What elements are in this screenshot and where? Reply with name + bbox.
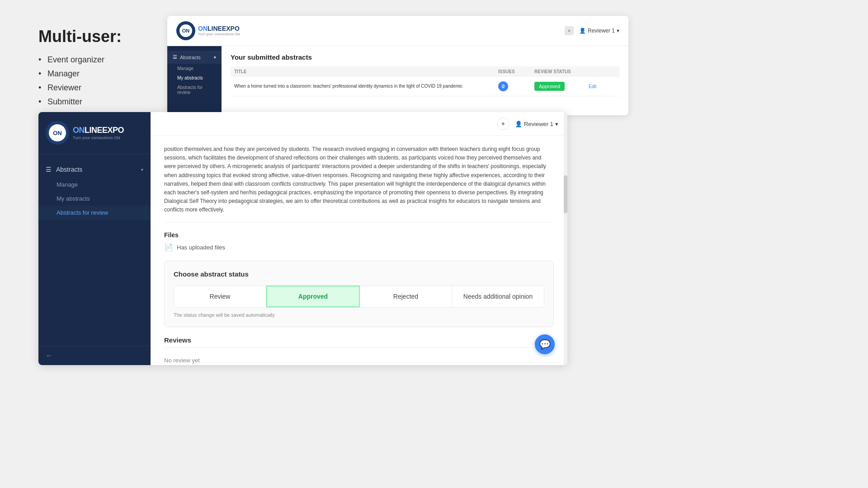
page-title: Multi-user: [38,27,156,46]
top-logo-on: ON [198,25,208,32]
status-note: The status change will be saved automati… [174,312,544,318]
sidebar-sub-items: Manage My abstracts Abstracts for review [38,178,151,220]
chat-button[interactable]: 💬 [535,334,555,354]
main-logo-expo: EXPO [102,126,124,135]
col-review-status: REVIEW STATUS [534,69,589,74]
table-header: TITLE ISSUES REVIEW STATUS [231,66,619,77]
scroll-thumb[interactable] [564,175,567,213]
status-buttons-group: Review Approved Rejected Needs additiona… [174,285,544,308]
sidebar-item-my-abstracts[interactable]: My abstracts [38,192,151,206]
sidebar-abstracts-label: Abstracts [56,166,82,173]
file-item: 📄 Has uploaded files [164,243,554,252]
top-sidebar-abstracts-for-review[interactable]: Abstracts for review [167,83,222,97]
top-sidebar: ☰ Abstracts ▾ Manage My abstracts Abstra… [167,46,222,115]
sidebar-bottom: ← [38,346,151,365]
files-section: Files 📄 Has uploaded files [164,231,554,252]
main-logo-name: ONLINEEXPO [73,126,124,135]
issues-cell: 0 [498,81,534,91]
feature-list: Event organizer Manager Reviewer Submitt… [38,55,156,107]
main-logo-line: LINE [85,126,102,135]
top-card-body: ☰ Abstracts ▾ Manage My abstracts Abstra… [167,46,628,115]
issues-badge: 0 [498,81,508,91]
status-section: Choose abstract status Review Approved R… [164,261,554,327]
header-right: ✦ 👤 Reviewer 1 ▾ [497,117,558,130]
edit-cell[interactable]: Edit [589,84,616,89]
chevron-icon: ▾ [214,55,216,60]
reviewer-info-dropdown[interactable]: 👤 Reviewer 1 ▾ [515,121,558,127]
svg-text:ON: ON [182,28,190,33]
sidebar-logo: ON ONLINEEXPO Turn your connections ON [38,112,151,154]
choose-status-heading: Choose abstract status [174,270,544,278]
scrollbar[interactable] [564,112,567,365]
top-logo-expo: EXPO [222,25,240,32]
status-btn-needs-opinion[interactable]: Needs additional opinion [452,286,544,307]
top-sidebar-my-abstracts[interactable]: My abstracts [167,73,222,83]
no-review-text: No review yet [164,352,554,366]
files-heading: Files [164,231,554,239]
main-content-area: ✦ 👤 Reviewer 1 ▾ position themselves and… [151,112,567,365]
svg-text:ON: ON [53,130,62,136]
status-btn-rejected[interactable]: Rejected [360,286,452,307]
top-sidebar-manage[interactable]: Manage [167,64,222,73]
feature-item-reviewer: Reviewer [38,83,156,93]
file-icon: 📄 [164,243,173,252]
status-cell: Approved [534,84,589,89]
chevron-down-icon: ▾ [555,121,558,127]
top-card-header-right: × 👤 Reviewer 1 ▾ [565,26,619,35]
top-sidebar-abstracts[interactable]: ☰ Abstracts ▾ [167,51,222,64]
sidebar-item-abstracts-for-review[interactable]: Abstracts for review [38,206,151,220]
col-issues: ISSUES [498,69,534,74]
file-label: Has uploaded files [177,244,225,251]
top-card-header: ON ONLINEEXPO Turn your connections ON ×… [167,16,628,46]
user-icon: 👤 [579,28,586,34]
reviewer-dropdown[interactable]: 👤 Reviewer 1 ▾ [579,28,619,34]
status-btn-review[interactable]: Review [174,286,266,307]
status-btn-approved[interactable]: Approved [266,286,360,307]
main-logo-brand: ONLINEEXPO Turn your connections ON [73,126,124,140]
edit-link[interactable]: Edit [589,84,596,89]
sidebar-item-abstracts[interactable]: ☰ Abstracts ▾ [38,161,151,178]
collapse-sidebar-button[interactable]: ← [46,352,143,360]
submitted-abstracts-title: Your submitted abstracts [231,53,619,61]
top-logo-line: LINE [208,25,222,32]
top-card-main: Your submitted abstracts TITLE ISSUES RE… [222,46,628,115]
sidebar: ON ONLINEEXPO Turn your connections ON ☰… [38,112,151,365]
table-row: When a home turned into a classroom: tea… [231,77,619,96]
star-button[interactable]: ✦ [497,117,509,130]
content-header: ✦ 👤 Reviewer 1 ▾ [151,112,567,136]
top-logo-sub: Turn your connections ON [198,32,240,36]
top-logo: ON ONLINEEXPO Turn your connections ON [176,21,240,40]
col-title: TITLE [234,69,498,74]
content-body: position themselves and how they are per… [151,136,567,365]
reviewer-name: Reviewer 1 [588,28,615,34]
left-panel: Multi-user: Event organizer Manager Revi… [38,27,156,111]
abstracts-list-icon: ☰ [46,166,52,173]
user-icon: 👤 [515,121,522,127]
feature-item-submitter: Submitter [38,97,156,107]
top-screenshot-card: ON ONLINEEXPO Turn your connections ON ×… [167,16,628,115]
chevron-down-icon: ▾ [141,167,143,172]
sidebar-abstracts-section: ☰ Abstracts ▾ Manage My abstracts Abstra… [38,161,151,220]
feature-item-manager: Manager [38,69,156,79]
abstract-text: position themselves and how they are per… [164,145,554,222]
sidebar-nav: ☰ Abstracts ▾ Manage My abstracts Abstra… [38,154,151,346]
main-logo-sub: Turn your connections ON [73,136,124,140]
reviews-heading: Reviews [164,336,554,348]
abstracts-label: Abstracts [180,55,201,60]
main-logo-on: ON [73,126,85,135]
list-icon: ☰ [173,54,177,60]
chevron-down-icon: ▾ [617,28,619,34]
abstract-title-cell: When a home turned into a classroom: tea… [234,83,498,89]
feature-item-organizer: Event organizer [38,55,156,65]
main-screenshot-card: ON ONLINEEXPO Turn your connections ON ☰… [38,112,567,365]
reviews-section: Reviews No review yet [164,336,554,366]
close-button[interactable]: × [565,26,574,35]
status-approved-badge: Approved [534,82,565,91]
main-card-inner: ON ONLINEEXPO Turn your connections ON ☰… [38,112,567,365]
main-reviewer-name: Reviewer 1 [524,121,553,127]
sidebar-item-manage[interactable]: Manage [38,178,151,192]
